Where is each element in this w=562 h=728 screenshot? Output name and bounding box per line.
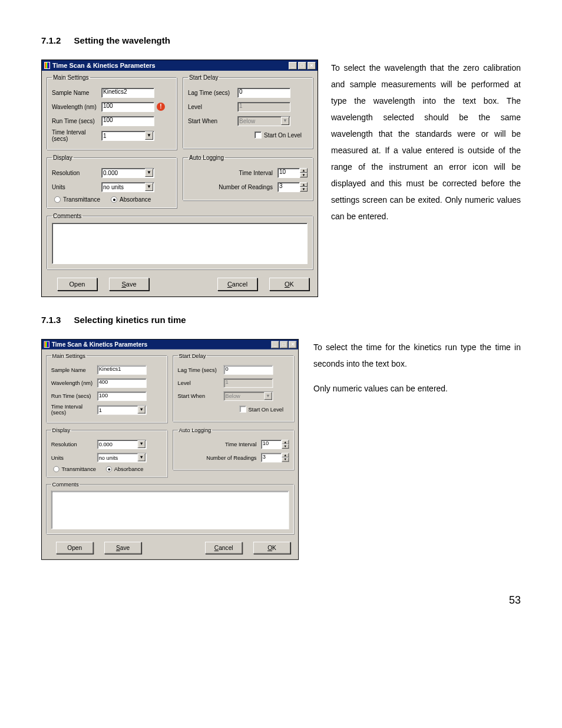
group-legend: Auto Logging xyxy=(178,427,213,433)
chevron-down-icon: ▼ xyxy=(145,169,153,177)
label: Lag Time (secs) xyxy=(188,90,237,96)
spin-down-icon[interactable]: ▼ xyxy=(300,187,308,192)
group-legend: Display xyxy=(51,427,71,433)
label: Time Interval (secs) xyxy=(51,404,97,416)
radio-label: Absorbance xyxy=(114,466,144,472)
num-readings-spinner[interactable]: 3 ▲▼ xyxy=(261,453,289,462)
resolution-select[interactable]: 0.000▼ xyxy=(97,440,147,449)
time-interval-spinner[interactable]: 10 ▲▼ xyxy=(261,440,289,449)
section-number: 7.1.2 xyxy=(41,35,61,45)
chevron-down-icon: ▼ xyxy=(145,131,153,140)
spin-up-icon[interactable]: ▲ xyxy=(300,182,308,187)
wavelength-input[interactable]: 100 xyxy=(101,102,154,112)
label: Run Time (secs) xyxy=(51,393,97,399)
comments-textarea[interactable] xyxy=(52,223,308,264)
lag-time-input[interactable]: 0 xyxy=(237,88,290,98)
close-button[interactable]: × xyxy=(289,341,296,348)
ok-button[interactable]: OK xyxy=(269,278,309,291)
display-group: Display Resolution 0.000▼ Units no units… xyxy=(47,154,177,208)
section-body-text: To select the wavelength that the zero c… xyxy=(331,60,521,225)
maximize-button[interactable]: □ xyxy=(298,62,306,70)
spin-down-icon[interactable]: ▼ xyxy=(300,173,308,177)
chevron-down-icon: ▼ xyxy=(138,453,146,461)
dialog-title: Time Scan & Kinetics Parameters xyxy=(52,62,156,69)
sample-name-input[interactable]: Kinetics1 xyxy=(97,365,147,374)
label: Time Interval (secs) xyxy=(52,129,101,142)
titlebar: Time Scan & Kinetics Parameters _ □ × xyxy=(42,340,298,350)
start-on-level-checkbox[interactable]: Start On Level xyxy=(254,131,302,139)
section-body-text: To select the time for the kinetics run … xyxy=(313,339,521,397)
transmittance-radio[interactable]: Transmittance xyxy=(54,196,100,203)
section-title: Setting the wavelength xyxy=(74,35,170,45)
auto-logging-group: Auto Logging Time Interval 10 ▲▼ Number … xyxy=(173,427,294,470)
radio-label: Transmittance xyxy=(63,196,100,203)
ok-button[interactable]: OK xyxy=(253,542,290,554)
chevron-down-icon: ▼ xyxy=(138,440,146,448)
group-legend: Start Delay xyxy=(188,74,219,81)
lag-time-input[interactable]: 0 xyxy=(224,365,273,374)
app-icon xyxy=(44,341,49,348)
section-title: Selecting kinetics run time xyxy=(74,315,186,325)
open-button[interactable]: Open xyxy=(57,278,97,291)
close-button[interactable]: × xyxy=(308,62,316,70)
time-interval-select[interactable]: 1▼ xyxy=(101,131,154,141)
spin-up-icon[interactable]: ▲ xyxy=(282,440,289,444)
spin-up-icon[interactable]: ▲ xyxy=(282,453,289,457)
minimize-button[interactable]: _ xyxy=(272,341,279,348)
units-select[interactable]: no units▼ xyxy=(97,453,147,462)
run-time-input[interactable]: 100 xyxy=(101,116,154,126)
spin-up-icon[interactable]: ▲ xyxy=(300,168,308,173)
run-time-input[interactable]: 100 xyxy=(97,391,147,401)
start-when-select: Below▼ xyxy=(224,391,273,401)
section-heading: 7.1.3 Selecting kinetics run time xyxy=(41,315,521,325)
open-button[interactable]: Open xyxy=(56,542,93,554)
titlebar: Time Scan & Kinetics Parameters _ □ × xyxy=(42,60,318,71)
spin-down-icon[interactable]: ▼ xyxy=(282,457,289,461)
checkbox-label: Start On Level xyxy=(249,406,283,412)
label: Sample Name xyxy=(51,367,97,373)
save-button[interactable]: Save xyxy=(109,278,149,291)
save-button[interactable]: Save xyxy=(104,542,141,554)
label: Time Interval xyxy=(225,441,256,447)
minimize-button[interactable]: _ xyxy=(289,62,297,70)
display-group: Display Resolution 0.000▼ Units no units… xyxy=(46,427,167,477)
label: Time Interval xyxy=(239,170,273,176)
start-on-level-checkbox[interactable]: Start On Level xyxy=(240,406,283,412)
label: Units xyxy=(51,454,97,460)
label: Wavelength (nm) xyxy=(51,380,97,386)
time-interval-spinner[interactable]: 10 ▲▼ xyxy=(277,168,308,178)
label: Level xyxy=(188,104,237,110)
cancel-button[interactable]: Cancel xyxy=(217,278,257,291)
comments-textarea[interactable] xyxy=(51,491,289,529)
group-legend: Main Settings xyxy=(51,353,87,358)
label: Resolution xyxy=(52,170,101,176)
cancel-button[interactable]: Cancel xyxy=(205,542,242,554)
group-legend: Start Delay xyxy=(178,353,207,358)
app-icon xyxy=(44,62,50,69)
absorbance-radio[interactable]: Absorbance xyxy=(111,196,151,203)
maximize-button[interactable]: □ xyxy=(280,341,287,348)
start-delay-group: Start Delay Lag Time (secs) 0 Level 1 St… xyxy=(173,353,294,421)
num-readings-spinner[interactable]: 3 ▲▼ xyxy=(277,182,308,192)
label: Number of Readings xyxy=(219,184,273,190)
dialog-title: Time Scan & Kinetics Parameters xyxy=(52,341,147,348)
resolution-select[interactable]: 0.000▼ xyxy=(101,168,154,178)
radio-label: Transmittance xyxy=(61,466,96,472)
label: Start When xyxy=(188,118,237,124)
spin-down-icon[interactable]: ▼ xyxy=(282,444,289,448)
label: Start When xyxy=(178,393,224,399)
section-heading: 7.1.2 Setting the wavelength xyxy=(41,35,521,45)
time-interval-select[interactable]: 1▼ xyxy=(97,405,147,414)
group-legend: Display xyxy=(52,154,74,161)
transmittance-radio[interactable]: Transmittance xyxy=(53,466,96,472)
chevron-down-icon: ▼ xyxy=(265,392,272,400)
label: Lag Time (secs) xyxy=(178,367,224,373)
label: Run Time (secs) xyxy=(52,118,101,124)
start-delay-group: Start Delay Lag Time (secs) 0 Level 1 St… xyxy=(183,74,313,149)
absorbance-radio[interactable]: Absorbance xyxy=(106,466,144,472)
kinetics-parameters-dialog: Time Scan & Kinetics Parameters _ □ × Ma… xyxy=(41,339,299,560)
wavelength-input[interactable]: 400 xyxy=(97,378,147,387)
label: Wavelength (nm) xyxy=(52,104,101,110)
sample-name-input[interactable]: Kinetics2 xyxy=(101,88,154,98)
units-select[interactable]: no units▼ xyxy=(101,182,154,192)
